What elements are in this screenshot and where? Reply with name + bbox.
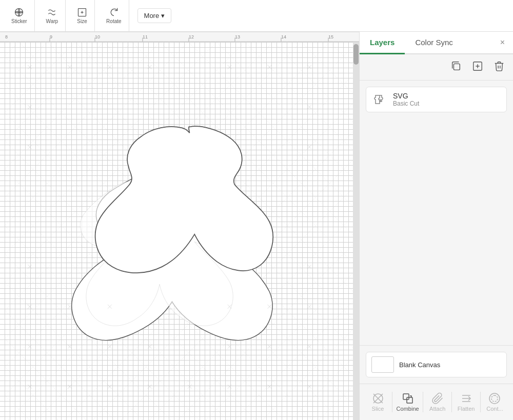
sticker-button[interactable]: Sticker: [8, 5, 30, 26]
layer-icon: [371, 91, 388, 108]
rotate-button[interactable]: Rotate: [103, 5, 124, 26]
top-toolbar: Sticker Warp Size Rotate: [0, 0, 513, 32]
slice-button[interactable]: Slice: [364, 389, 392, 415]
canvas-shape-svg: [0, 42, 359, 420]
ruler-top: 8 9 10 11 12 13 14 15: [0, 32, 359, 42]
scrollbar-right[interactable]: [353, 42, 359, 420]
duplicate-layer-button[interactable]: [448, 58, 464, 76]
sticker-label: Sticker: [11, 18, 27, 24]
contour-button[interactable]: Cont...: [481, 389, 509, 415]
svg-rect-95: [453, 64, 460, 70]
rotate-label: Rotate: [106, 18, 121, 24]
flatten-label: Flatten: [458, 406, 475, 412]
svg-text:8: 8: [5, 35, 8, 40]
scroll-thumb[interactable]: [353, 44, 359, 65]
flatten-button[interactable]: Flatten: [452, 389, 480, 415]
attach-label: Attach: [429, 406, 445, 412]
blank-canvas-label: Blank Canvas: [399, 361, 440, 369]
svg-text:14: 14: [281, 35, 286, 40]
panel-tabs: Layers Color Sync ×: [360, 32, 513, 54]
main-content: 8 9 10 11 12 13 14 15: [0, 32, 513, 420]
svg-text:15: 15: [328, 35, 333, 40]
layer-type: Basic Cut: [393, 100, 501, 107]
more-button[interactable]: More ▾: [137, 8, 172, 23]
svg-rect-102: [403, 394, 409, 399]
blank-canvas-section: Blank Canvas: [360, 345, 513, 384]
layer-content: SVG Basic Cut: [360, 81, 513, 345]
more-section: More ▾: [133, 0, 176, 31]
contour-label: Cont...: [486, 406, 503, 412]
add-layer-button[interactable]: [470, 58, 485, 76]
combine-button[interactable]: Combine: [392, 389, 423, 415]
delete-layer-button[interactable]: [491, 58, 507, 76]
svg-text:12: 12: [189, 35, 194, 40]
svg-text:11: 11: [143, 35, 148, 40]
canvas-area[interactable]: 8 9 10 11 12 13 14 15: [0, 32, 359, 420]
sticker-section: Sticker: [4, 0, 35, 31]
layer-name: SVG: [393, 92, 501, 100]
tab-color-sync[interactable]: Color Sync: [405, 32, 463, 54]
panel-close-button[interactable]: ×: [492, 32, 513, 53]
svg-text:10: 10: [95, 35, 100, 40]
layer-item[interactable]: SVG Basic Cut: [366, 87, 507, 112]
panel-toolbar: [360, 54, 513, 81]
blank-canvas-item[interactable]: Blank Canvas: [366, 352, 507, 377]
svg-text:9: 9: [50, 35, 52, 40]
tab-layers[interactable]: Layers: [360, 32, 405, 54]
right-panel: Layers Color Sync ×: [359, 32, 513, 420]
layer-info: SVG Basic Cut: [393, 92, 501, 107]
blank-canvas-thumbnail: [371, 356, 394, 373]
size-label: Size: [77, 18, 87, 24]
warp-button[interactable]: Warp: [43, 5, 62, 26]
svg-text:13: 13: [235, 35, 240, 40]
attach-button[interactable]: Attach: [423, 389, 451, 415]
size-button[interactable]: Size: [74, 5, 90, 26]
combine-label: Combine: [397, 406, 419, 412]
warp-label: Warp: [46, 18, 58, 24]
slice-label: Slice: [372, 406, 384, 412]
panel-actions: Slice Combine Attach: [360, 384, 513, 420]
size-section: Size: [70, 0, 95, 31]
warp-section: Warp: [39, 0, 66, 31]
rotate-section: Rotate: [99, 0, 129, 31]
svg-rect-103: [407, 397, 412, 403]
